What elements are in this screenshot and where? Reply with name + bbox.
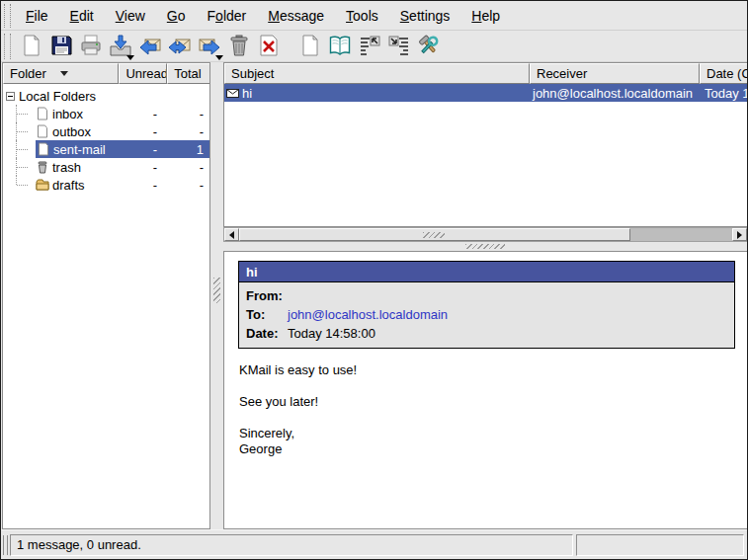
save-icon [49, 34, 73, 60]
total-column-header[interactable]: Total [167, 63, 209, 84]
status-bar: 1 message, 0 unread. [1, 529, 747, 559]
date-value: Today 14:58:00 [288, 324, 375, 343]
message-preview-pane: hi From: To:john@localhost.localdomain D… [223, 251, 748, 529]
list-arrow-out-button[interactable] [355, 33, 384, 60]
message-subject-title: hi [239, 262, 734, 282]
scrollbar-track[interactable] [630, 228, 732, 241]
message-list-pane: Subject Receiver Date (O hi john@localho… [223, 62, 748, 227]
folder-column-header[interactable]: Folder [3, 63, 119, 84]
list-arrow-out-icon [358, 34, 381, 60]
new-note-button[interactable] [295, 33, 325, 60]
arrow-left-icon [229, 231, 234, 239]
splitter-grip[interactable] [465, 244, 505, 249]
toolbar-drag-handle[interactable] [4, 34, 11, 59]
message-list-header: Subject Receiver Date (O [224, 63, 748, 84]
menu-view[interactable]: View [105, 2, 156, 30]
scroll-left-button[interactable] [224, 228, 239, 241]
menu-file[interactable]: File [15, 2, 59, 30]
menubar-drag-handle[interactable] [4, 4, 11, 28]
menu-bar: File Edit View Go Folder Message Tools S… [1, 1, 747, 31]
check-mail-button[interactable] [106, 33, 135, 60]
menu-help[interactable]: Help [460, 2, 511, 30]
horizontal-scrollbar[interactable] [223, 227, 748, 242]
reply-all-icon [168, 34, 192, 60]
forward-button[interactable] [195, 33, 224, 60]
status-secondary [576, 534, 744, 556]
folder-row-trash[interactable]: trash - - [3, 158, 209, 176]
date-label: Date: [239, 324, 288, 343]
menu-message[interactable]: Message [257, 2, 335, 30]
message-header-box: hi From: To:john@localhost.localdomain D… [238, 261, 735, 349]
delete-button[interactable] [254, 33, 284, 60]
horizontal-splitter[interactable] [223, 242, 748, 251]
address-book-button[interactable] [325, 33, 355, 60]
new-message-button[interactable] [17, 33, 46, 60]
menu-folder[interactable]: Folder [197, 2, 258, 30]
folder-list-header: Folder Unread Total [3, 63, 209, 84]
scroll-right-button[interactable] [732, 228, 747, 241]
scrollbar-thumb[interactable] [239, 228, 630, 241]
kmail-window: File Edit View Go Folder Message Tools S… [0, 0, 748, 560]
page-icon [36, 107, 49, 120]
menu-edit[interactable]: Edit [59, 2, 105, 30]
configure-icon [417, 34, 441, 60]
trash-icon [36, 160, 49, 174]
delete-icon [257, 34, 281, 60]
message-body: KMail is easy to use! See you later! Sin… [239, 362, 738, 457]
statusbar-grip[interactable] [3, 535, 8, 555]
reply-all-button[interactable] [165, 33, 195, 60]
folder-tree: Local Folders inbox - - outbox - - sent-… [3, 84, 209, 194]
folder-icon [36, 178, 49, 192]
move-to-trash-icon [227, 34, 251, 60]
menu-tools[interactable]: Tools [335, 2, 389, 30]
receiver-column-header[interactable]: Receiver [530, 63, 700, 84]
collapse-expander-icon[interactable] [6, 92, 15, 101]
to-label: To: [239, 305, 288, 324]
to-address-link[interactable]: john@localhost.localdomain [288, 305, 448, 324]
save-button[interactable] [46, 33, 76, 60]
status-message: 1 message, 0 unread. [10, 534, 573, 556]
folder-row-sent-mail[interactable]: sent-mail - 1 [3, 140, 209, 158]
from-label: From: [239, 286, 288, 305]
splitter-grip[interactable] [213, 278, 220, 303]
arrow-right-icon [737, 231, 742, 239]
check-mail-dropdown-caret[interactable] [126, 55, 134, 60]
new-note-icon [298, 34, 322, 60]
sort-arrow-icon [60, 71, 68, 76]
subject-column-header[interactable]: Subject [224, 63, 530, 84]
reply-button[interactable] [135, 33, 165, 60]
folder-row-drafts[interactable]: drafts - - [3, 176, 209, 194]
menu-settings[interactable]: Settings [389, 2, 461, 30]
folder-row-inbox[interactable]: inbox - - [3, 105, 209, 122]
envelope-icon [226, 88, 239, 99]
folder-pane: Folder Unread Total Local Folders inbox … [2, 62, 210, 529]
new-message-icon [20, 34, 43, 60]
folder-row-outbox[interactable]: outbox - - [3, 122, 209, 140]
list-arrow-in-button[interactable] [384, 33, 414, 60]
print-icon [79, 34, 103, 60]
menu-go[interactable]: Go [156, 2, 197, 30]
address-book-icon [328, 34, 352, 60]
reply-icon [138, 34, 162, 60]
unread-column-header[interactable]: Unread [119, 63, 167, 84]
print-button[interactable] [76, 33, 106, 60]
date-column-header[interactable]: Date (O [700, 63, 748, 84]
configure-button[interactable] [414, 33, 444, 60]
forward-dropdown-caret[interactable] [215, 55, 223, 60]
main-toolbar [1, 32, 747, 62]
vertical-splitter[interactable] [210, 62, 223, 529]
page-icon [37, 142, 50, 156]
message-row[interactable]: hi john@localhost.localdomain Today 14 [224, 84, 748, 102]
move-to-trash-button[interactable] [224, 33, 254, 60]
page-icon [36, 124, 49, 138]
list-arrow-in-icon [387, 34, 411, 60]
folder-row-local-folders[interactable]: Local Folders [3, 87, 209, 105]
